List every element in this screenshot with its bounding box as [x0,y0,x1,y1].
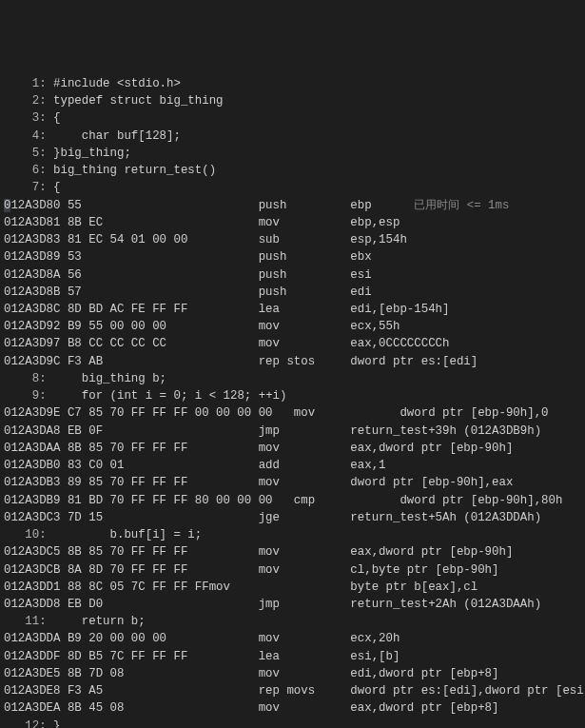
source-text: big_thing b; [53,372,166,385]
asm-text: 012A3DE8 F3 A5 rep movs dword ptr es:[ed… [4,684,585,698]
asm-line: 012A3D80 55 push ebp 已用时间 <= 1ms [4,197,581,214]
line-number: 7: [4,181,53,194]
asm-line: 012A3D83 81 EC 54 01 00 00 sub esp,154h [4,231,581,248]
line-number: 6: [4,164,53,177]
asm-line: 012A3D89 53 push ebx [4,248,581,266]
source-line: 7: { [4,179,581,196]
asm-line: 012A3DC5 8B 85 70 FF FF FF mov eax,dword… [4,543,581,561]
asm-line: 012A3DE5 8B 7D 08 mov edi,dword ptr [ebp… [4,665,581,682]
source-text: for (int i = 0; i < 128; ++i) [53,389,286,403]
source-text: return b; [53,615,146,628]
source-text: { [53,111,60,125]
asm-text: 012A3DC3 7D 15 jge return_test+5Ah (012A… [4,511,541,524]
source-line: 10: b.buf[i] = i; [4,526,581,543]
line-number: 3: [4,111,53,125]
asm-text: 012A3D8C 8D BD AC FE FF FF lea edi,[ebp-… [4,303,449,316]
asm-text: 012A3DDF 8D B5 7C FF FF FF lea esi,[b] [4,650,400,663]
asm-line: 012A3DD8 EB D0 jmp return_test+2Ah (012A… [4,596,581,613]
asm-text: 012A3D9E C7 85 70 FF FF FF 00 00 00 00 m… [4,406,549,420]
asm-line: 012A3DB3 89 85 70 FF FF FF mov dword ptr… [4,474,581,491]
asm-line: 012A3DAA 8B 85 70 FF FF FF mov eax,dword… [4,440,581,457]
asm-text: 012A3D83 81 EC 54 01 00 00 sub esp,154h [4,233,407,246]
asm-text: 012A3DE5 8B 7D 08 mov edi,dword ptr [ebp… [4,667,499,680]
line-number: 2: [4,94,53,108]
source-line: 11: return b; [4,613,581,630]
asm-line: 012A3DA8 EB 0F jmp return_test+39h (012A… [4,423,581,440]
line-number: 8: [4,372,53,385]
source-line: 2: typedef struct big_thing [4,92,581,109]
asm-line: 012A3DEA 8B 45 08 mov eax,dword ptr [ebp… [4,699,581,717]
source-text: typedef struct big_thing [53,94,223,108]
line-number: 10: [4,528,53,541]
source-text: } [53,719,60,728]
asm-line: 012A3DE8 F3 A5 rep movs dword ptr es:[ed… [4,682,581,699]
line-number: 11: [4,615,53,628]
asm-text: 12A3D80 55 push ebp [10,199,371,212]
source-line: 4: char buf[128]; [4,128,581,145]
asm-line: 012A3D9C F3 AB rep stos dword ptr es:[ed… [4,353,581,370]
asm-line: 012A3D8A 56 push esi [4,266,581,284]
asm-text: 012A3DEA 8B 45 08 mov eax,dword ptr [ebp… [4,701,499,715]
asm-line: 012A3D81 8B EC mov ebp,esp [4,214,581,231]
asm-line: 012A3DCB 8A 8D 70 FF FF FF mov cl,byte p… [4,561,581,579]
asm-text: 012A3D92 B9 55 00 00 00 mov ecx,55h [4,320,400,333]
asm-text: 012A3DD1 88 8C 05 7C FF FF FFmov byte pt… [4,580,478,594]
asm-text: 012A3D89 53 push ebx [4,250,372,264]
asm-line: 012A3DDF 8D B5 7C FF FF FF lea esi,[b] [4,648,581,665]
source-text: { [53,181,60,194]
asm-line: 012A3DB9 81 BD 70 FF FF FF 80 00 00 00 c… [4,492,581,509]
asm-text: 012A3DB3 89 85 70 FF FF FF mov dword ptr… [4,476,513,489]
asm-text: 012A3DD8 EB D0 jmp return_test+2Ah (012A… [4,598,541,611]
line-number: 4: [4,129,53,143]
asm-line: 012A3DB0 83 C0 01 add eax,1 [4,457,581,474]
elapsed-time-hint: 已用时间 <= 1ms [372,199,510,212]
line-number: 5: [4,147,53,160]
asm-text: 012A3D8A 56 push esi [4,268,372,282]
asm-text: 012A3DDA B9 20 00 00 00 mov ecx,20h [4,632,400,645]
asm-text: 012A3DA8 EB 0F jmp return_test+39h (012A… [4,424,541,438]
asm-text: 012A3D97 B8 CC CC CC CC mov eax,0CCCCCCC… [4,337,449,350]
source-line: 5: }big_thing; [4,145,581,162]
line-number: 1: [4,77,53,90]
asm-text: 012A3DC5 8B 85 70 FF FF FF mov eax,dword… [4,545,513,559]
asm-text: 012A3DAA 8B 85 70 FF FF FF mov eax,dword… [4,442,513,455]
source-line: 12: } [4,718,581,728]
asm-line: 012A3DC3 7D 15 jge return_test+5Ah (012A… [4,509,581,526]
source-line: 6: big_thing return_test() [4,162,581,179]
source-line: 9: for (int i = 0; i < 128; ++i) [4,387,581,404]
disassembly-view: 1: #include <stdio.h> 2: typedef struct … [4,75,581,728]
asm-text: 012A3DB0 83 C0 01 add eax,1 [4,459,386,472]
asm-text: 012A3D81 8B EC mov ebp,esp [4,216,400,229]
asm-text: 012A3D9C F3 AB rep stos dword ptr es:[ed… [4,355,478,368]
line-number: 12: [4,719,53,728]
source-text: #include <stdio.h> [53,77,181,90]
asm-text: 012A3DB9 81 BD 70 FF FF FF 80 00 00 00 c… [4,494,562,507]
source-line: 8: big_thing b; [4,370,581,387]
source-line: 3: { [4,109,581,127]
asm-line: 012A3DD1 88 8C 05 7C FF FF FFmov byte pt… [4,579,581,596]
source-line: 1: #include <stdio.h> [4,75,581,92]
source-text: char buf[128]; [53,129,181,143]
asm-line: 012A3D92 B9 55 00 00 00 mov ecx,55h [4,318,581,335]
source-text: b.buf[i] = i; [53,528,202,541]
asm-line: 012A3DDA B9 20 00 00 00 mov ecx,20h [4,630,581,647]
asm-line: 012A3D9E C7 85 70 FF FF FF 00 00 00 00 m… [4,404,581,422]
asm-text: 012A3DCB 8A 8D 70 FF FF FF mov cl,byte p… [4,563,499,577]
source-text: }big_thing; [53,147,131,160]
source-text: big_thing return_test() [53,164,216,177]
line-number: 9: [4,389,53,403]
asm-line: 012A3D8C 8D BD AC FE FF FF lea edi,[ebp-… [4,301,581,318]
asm-line: 012A3D8B 57 push edi [4,284,581,301]
asm-line: 012A3D97 B8 CC CC CC CC mov eax,0CCCCCCC… [4,335,581,352]
asm-text: 012A3D8B 57 push edi [4,285,372,299]
